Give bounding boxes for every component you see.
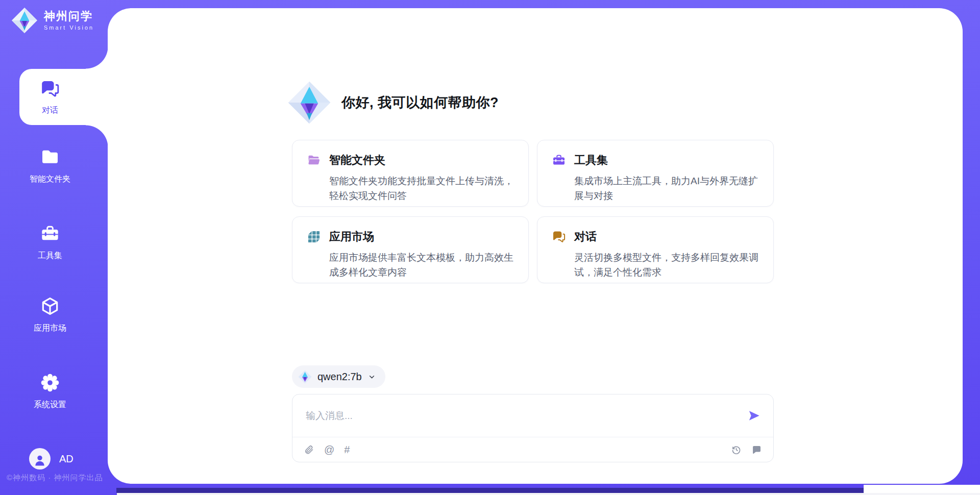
- sidebar-item-label: 智能文件夹: [30, 174, 70, 185]
- chat-icon: [40, 79, 60, 99]
- model-logo-icon: [298, 370, 312, 384]
- toolbox-icon: [552, 153, 566, 167]
- open-folder-icon: [307, 153, 321, 167]
- sidebar-item-toolset[interactable]: 工具集: [0, 224, 100, 261]
- hash-icon[interactable]: #: [344, 444, 350, 455]
- app-logo-icon: [287, 81, 331, 125]
- sidebar-item-label: 应用市场: [34, 323, 66, 334]
- attachment-icon[interactable]: [304, 444, 314, 455]
- gear-icon: [40, 373, 60, 393]
- user-profile[interactable]: AD: [29, 448, 74, 469]
- bottom-bar: [116, 488, 864, 493]
- toolbox-icon: [40, 224, 60, 244]
- avatar: [29, 448, 51, 469]
- folder-icon: [40, 147, 60, 167]
- card-title: 智能文件夹: [329, 153, 385, 168]
- card-title: 工具集: [574, 153, 608, 168]
- card-description: 应用市场提供丰富长文本模板，助力高效生成多样化文章内容: [329, 250, 514, 280]
- copyright-footer: ©神州数码 · 神州问学出品: [7, 473, 103, 483]
- chevron-down-icon: [368, 373, 376, 381]
- cube-icon: [40, 296, 60, 316]
- card-description: 灵活切换多模型文件，支持多样回复效果调试，满足个性化需求: [574, 250, 759, 280]
- greeting-title: 你好, 我可以如何帮助你?: [341, 93, 499, 112]
- model-selector[interactable]: qwen2:7b: [292, 365, 385, 388]
- sidebar-item-label: 对话: [42, 105, 58, 116]
- card-toolset[interactable]: 工具集 集成市场上主流工具，助力AI与外界无缝扩展与对接: [537, 140, 774, 207]
- card-description: 集成市场上主流工具，助力AI与外界无缝扩展与对接: [574, 174, 759, 204]
- card-app-market[interactable]: 应用市场 应用市场提供丰富长文本模板，助力高效生成多样化文章内容: [292, 216, 529, 283]
- message-icon[interactable]: [751, 444, 762, 455]
- model-name: qwen2:7b: [317, 371, 362, 383]
- mention-icon[interactable]: @: [324, 444, 334, 455]
- brand: 神州问学 Smart Vision: [11, 7, 94, 34]
- send-icon[interactable]: [747, 409, 761, 423]
- chat-icon: [552, 230, 566, 244]
- user-icon: [33, 453, 47, 467]
- card-description: 智能文件夹功能支持批量文件上传与清洗，轻松实现文件问答: [329, 174, 514, 204]
- bottom-hairline: [117, 493, 980, 495]
- brand-name: 神州问学: [44, 10, 94, 22]
- brand-subtitle: Smart Vision: [44, 24, 94, 31]
- main-panel: 你好, 我可以如何帮助你? 智能文件夹 智能文件夹功能支持批量文件上传与清洗，轻…: [108, 8, 963, 484]
- sidebar-item-settings[interactable]: 系统设置: [0, 373, 100, 410]
- message-input[interactable]: [305, 410, 741, 422]
- sidebar-item-chat[interactable]: 对话: [19, 69, 108, 125]
- card-chat[interactable]: 对话 灵活切换多模型文件，支持多样回复效果调试，满足个性化需求: [537, 216, 774, 283]
- card-title: 对话: [574, 229, 597, 244]
- brand-logo-icon: [11, 7, 38, 34]
- sidebar-item-label: 系统设置: [34, 400, 66, 410]
- sidebar-item-label: 工具集: [38, 251, 62, 261]
- card-smart-folder[interactable]: 智能文件夹 智能文件夹功能支持批量文件上传与清洗，轻松实现文件问答: [292, 140, 529, 207]
- feature-cards: 智能文件夹 智能文件夹功能支持批量文件上传与清洗，轻松实现文件问答 工具集: [292, 140, 774, 283]
- sidebar-item-smart-folder[interactable]: 智能文件夹: [0, 147, 100, 185]
- card-title: 应用市场: [329, 229, 374, 244]
- app-grid-icon: [307, 230, 321, 244]
- sidebar-item-app-market[interactable]: 应用市场: [0, 296, 100, 334]
- message-composer: @ #: [292, 394, 774, 462]
- history-icon[interactable]: [731, 444, 742, 455]
- greeting-row: 你好, 我可以如何帮助你?: [287, 81, 499, 125]
- user-initials: AD: [59, 453, 74, 465]
